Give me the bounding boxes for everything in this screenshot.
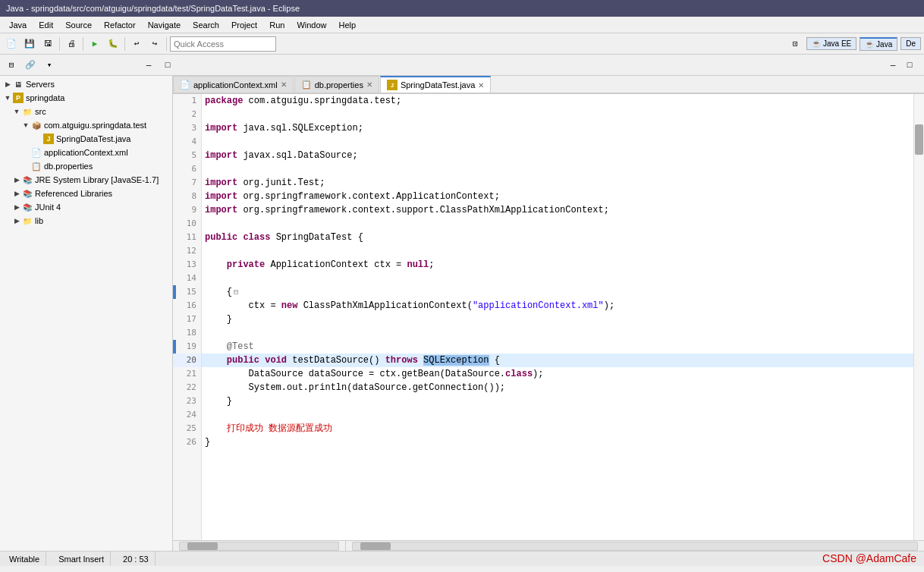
quick-access-input[interactable] [170, 36, 276, 52]
save-btn[interactable]: 💾 [21, 36, 38, 52]
junit-icon: 📚 [21, 201, 33, 213]
ln-7: 7 [173, 176, 201, 190]
menu-window[interactable]: Window [291, 19, 332, 31]
tab-appcontext[interactable]: 📄 applicationContext.xml ✕ [173, 76, 294, 93]
ln-13: 13 [173, 258, 201, 272]
right-hscroll [346, 541, 924, 551]
insert-mode-text: Smart Insert [58, 555, 104, 564]
tree-item-src[interactable]: ▼ 📁 src [0, 105, 172, 118]
java-perspective[interactable]: ☕ Java [860, 37, 897, 51]
code-line-8: import org.springframework.context.Appli… [202, 190, 913, 203]
debug-btn[interactable]: 🐛 [105, 36, 121, 52]
tree-item-reflibs[interactable]: ▶ 📚 Referenced Libraries [0, 187, 172, 200]
tree-item-jre[interactable]: ▶ 📚 JRE System Library [JavaSE-1.7] [0, 173, 172, 187]
ln-1: 1 [173, 94, 201, 108]
tree-item-lib[interactable]: ▶ 📁 lib [0, 214, 172, 228]
tree-item-package[interactable]: ▼ 📦 com.atguigu.springdata.test [0, 118, 172, 132]
tab-springdatatest[interactable]: J SpringDataTest.java ✕ [380, 76, 491, 93]
code-line-12 [202, 244, 913, 258]
undo-btn[interactable]: ↩ [128, 36, 145, 52]
code-line-5: import javax.sql.DataSource; [202, 149, 913, 162]
ln-19: 19 [173, 340, 201, 354]
package-label: com.atguigu.springdata.test [44, 121, 146, 130]
tree-item-appcontext[interactable]: 📄 applicationContext.xml [0, 146, 172, 159]
lib-arrow: ▶ [12, 217, 21, 225]
servers-arrow: ▶ [3, 80, 12, 88]
menu-run[interactable]: Run [263, 19, 291, 31]
run-btn[interactable]: ▶ [86, 36, 103, 52]
left-hscroll-thumb[interactable] [187, 542, 218, 550]
right-hscroll-track[interactable] [352, 542, 918, 551]
panel-menu-btn[interactable]: ▾ [41, 57, 58, 74]
reflibs-icon: 📚 [21, 187, 33, 200]
jre-arrow: ▶ [12, 176, 21, 184]
jre-icon: 📚 [21, 174, 33, 186]
menu-edit[interactable]: Edit [33, 19, 59, 31]
minimize-panel-btn[interactable]: — [140, 57, 157, 74]
java-ee-perspective[interactable]: ☕ Java EE [806, 37, 856, 50]
link-editor-btn[interactable]: 🔗 [22, 57, 39, 74]
dbprop-tab-label: db.properties [315, 80, 363, 90]
tree-item-springdata[interactable]: ▼ P springdata [0, 91, 172, 105]
ln-22: 22 [173, 381, 201, 394]
code-content[interactable]: package com.atguigu.springdata.test; imp… [202, 94, 913, 540]
appcontext-tab-label: applicationContext.xml [193, 80, 278, 90]
ln-25: 25 [173, 422, 201, 435]
ln-23: 23 [173, 394, 201, 408]
junit-label: JUnit 4 [35, 203, 61, 212]
tree-item-springdatatest[interactable]: J SpringDataTest.java [0, 132, 172, 146]
ln-8: 8 [173, 190, 201, 203]
collapse-all-btn[interactable]: ⊟ [3, 57, 20, 74]
tree-item-junit[interactable]: ▶ 📚 JUnit 4 [0, 200, 172, 214]
sep3 [124, 37, 125, 51]
code-container: 1 2 3 4 5 6 7 8 9 10 11 12 13 14 15 16 1… [173, 94, 924, 540]
tab-dbprop[interactable]: 📋 db.properties ✕ [294, 76, 379, 93]
maximize-btn[interactable]: ⊡ [787, 36, 803, 52]
appcontext-tab-close[interactable]: ✕ [281, 80, 287, 89]
ln-24: 24 [173, 408, 201, 422]
servers-label: Servers [26, 80, 55, 89]
code-line-20: public void testDataSource() throws SQLE… [202, 354, 913, 367]
menu-help[interactable]: Help [333, 19, 363, 31]
src-icon: 📁 [21, 105, 33, 118]
code-line-3: import java.sql.SQLException; [202, 121, 913, 135]
left-panel-controls: ⊟ 🔗 ▾ — □ [3, 57, 176, 74]
ln-17: 17 [173, 313, 201, 326]
ln-6: 6 [173, 162, 201, 176]
redo-btn[interactable]: ↪ [146, 36, 163, 52]
menu-project[interactable]: Project [225, 19, 263, 31]
line-numbers: 1 2 3 4 5 6 7 8 9 10 11 12 13 14 15 16 1… [173, 94, 202, 540]
editor-controls: — □ [176, 57, 921, 74]
right-scrollbar[interactable] [913, 94, 924, 540]
main-area: ▶ 🖥 Servers ▼ P springdata ▼ 📁 src ▼ [0, 76, 924, 551]
editor-maximize-btn[interactable]: □ [901, 57, 918, 74]
vscroll-thumb[interactable] [915, 124, 923, 155]
appcontext-tab-icon: 📄 [180, 80, 190, 90]
status-position: 20 : 53 [117, 552, 156, 566]
code-line-15: {⊟ [202, 285, 913, 299]
left-hscroll-track[interactable] [179, 542, 339, 551]
right-hscroll-thumb[interactable] [360, 542, 391, 550]
title-text: Java - springdata/src/com/atguigu/spring… [6, 4, 300, 13]
editor-minimize-btn[interactable]: — [885, 57, 901, 74]
save-all-btn[interactable]: 🖫 [39, 36, 56, 52]
ln-16: 16 [173, 299, 201, 313]
code-line-26: } [202, 435, 913, 449]
tree-item-servers[interactable]: ▶ 🖥 Servers [0, 77, 172, 91]
springdata-arrow: ▼ [3, 94, 12, 102]
new-btn[interactable]: 📄 [3, 36, 20, 52]
de-perspective[interactable]: De [900, 37, 921, 50]
maximize-panel-btn[interactable]: □ [159, 57, 176, 74]
dbprop-tab-close[interactable]: ✕ [366, 80, 372, 89]
menu-source[interactable]: Source [59, 19, 98, 31]
menu-java[interactable]: Java [3, 19, 33, 31]
tree-item-dbprop[interactable]: 📋 db.properties [0, 159, 172, 173]
menu-search[interactable]: Search [187, 19, 225, 31]
menu-navigate[interactable]: Navigate [142, 19, 187, 31]
print-btn[interactable]: 🖨 [63, 36, 80, 52]
menu-refactor[interactable]: Refactor [98, 19, 142, 31]
status-bar: Writable Smart Insert 20 : 53 [0, 551, 924, 566]
springdatatest-tab-close[interactable]: ✕ [478, 81, 484, 90]
ln-4: 4 [173, 135, 201, 149]
code-line-1: package com.atguigu.springdata.test; [202, 94, 913, 108]
